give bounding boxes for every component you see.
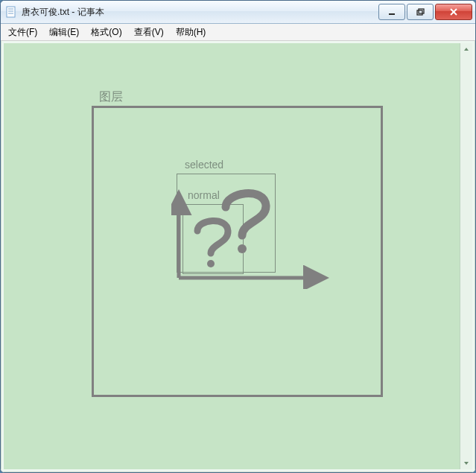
svg-rect-0	[7, 7, 15, 17]
window-controls	[378, 4, 472, 20]
chevron-up-icon	[463, 46, 469, 52]
vertical-scrollbar[interactable]	[460, 43, 472, 469]
maximize-icon	[416, 7, 425, 16]
close-icon	[449, 7, 458, 16]
question-mark-small-icon	[193, 215, 233, 270]
menu-file[interactable]: 文件(F)	[2, 25, 43, 40]
client-area: 图层 selected normal	[1, 41, 475, 472]
menu-edit[interactable]: 编辑(E)	[43, 25, 85, 40]
selected-label: selected	[185, 159, 223, 171]
svg-rect-5	[417, 10, 422, 15]
minimize-icon	[387, 7, 396, 16]
notepad-icon	[5, 6, 17, 18]
menubar: 文件(F) 编辑(E) 格式(O) 查看(V) 帮助(H)	[1, 24, 475, 41]
content-canvas[interactable]: 图层 selected normal	[4, 43, 460, 469]
svg-point-12	[207, 260, 215, 267]
svg-rect-6	[419, 9, 424, 13]
window-title: 唐衣可俊.txt - 记事本	[22, 6, 104, 19]
scroll-down-button[interactable]	[460, 457, 472, 469]
layer-label: 图层	[99, 89, 123, 105]
scroll-up-button[interactable]	[460, 43, 472, 55]
titlebar[interactable]: 唐衣可俊.txt - 记事本	[1, 1, 475, 24]
chevron-down-icon	[463, 460, 469, 466]
minimize-button[interactable]	[378, 4, 405, 20]
close-button[interactable]	[435, 4, 472, 20]
menu-format[interactable]: 格式(O)	[85, 25, 127, 40]
menu-view[interactable]: 查看(V)	[128, 25, 170, 40]
svg-point-11	[238, 244, 247, 253]
menu-help[interactable]: 帮助(H)	[170, 25, 212, 40]
maximize-button[interactable]	[407, 4, 434, 20]
app-window: 唐衣可俊.txt - 记事本 文件(F) 编辑(E) 格式(O)	[0, 0, 476, 473]
